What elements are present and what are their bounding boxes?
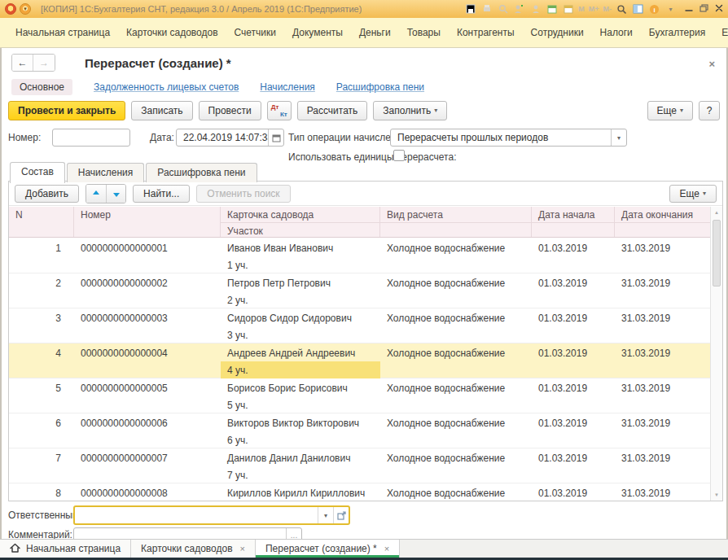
window-tab-gardener-cards[interactable]: Карточки садоводов × <box>131 540 256 558</box>
cell-n[interactable]: 3 <box>9 308 74 343</box>
print-icon[interactable] <box>480 3 493 15</box>
cell-n[interactable]: 5 <box>9 378 74 413</box>
menu-item-home[interactable]: Начальная страница <box>8 23 117 42</box>
menu-item-taxes[interactable]: Налоги <box>593 23 640 42</box>
window-tab-home[interactable]: Начальная страница <box>0 540 131 558</box>
cell-n[interactable]: 1 <box>9 238 74 273</box>
cell-gardener-card[interactable]: Петров Петр Петрович2 уч. <box>221 273 380 308</box>
cell-date-start[interactable]: 01.03.2019 <box>532 448 615 483</box>
cell-date-end[interactable]: 31.03.2019 <box>615 273 710 308</box>
close-tab-icon[interactable]: × <box>384 544 389 553</box>
cell-plot[interactable]: 4 уч. <box>221 361 380 378</box>
nav-link-debt[interactable]: Задолженность лицевых счетов <box>94 81 239 93</box>
zoom-icon[interactable] <box>616 3 628 15</box>
cell-n[interactable]: 2 <box>9 273 74 308</box>
table-row[interactable]: 40000000000000004Андреев Андрей Андрееви… <box>9 343 710 378</box>
scroll-down-icon[interactable]: ▼ <box>711 490 722 500</box>
cell-date-start[interactable]: 01.03.2019 <box>532 238 615 273</box>
table-row[interactable]: 20000000000000002Петров Петр Петрович2 у… <box>9 273 710 308</box>
cell-gardener-card[interactable]: Сидоров Сидор Сидорович3 уч. <box>221 308 380 343</box>
save-icon[interactable] <box>464 3 476 15</box>
cell-gardener-card[interactable]: Данилов Данил Данилович7 уч. <box>221 448 380 483</box>
cell-plot[interactable]: 7 уч. <box>221 466 380 483</box>
use-units-checkbox[interactable] <box>393 150 405 161</box>
cell-plot[interactable]: 2 уч. <box>221 291 380 308</box>
cell-gardener-card[interactable]: Иванов Иван Иванович1 уч. <box>221 238 380 273</box>
cell-date-end[interactable]: 31.03.2019 <box>615 343 710 378</box>
find-button[interactable]: Найти... <box>133 185 190 203</box>
cell-date-end[interactable]: 31.03.2019 <box>615 413 710 448</box>
move-up-icon[interactable] <box>86 185 106 203</box>
toolbar-more-chevron-icon[interactable]: ▾ <box>664 3 677 15</box>
table-row[interactable]: 50000000000000005Борисов Борис Борисович… <box>9 378 710 413</box>
cell-gardener-card[interactable]: Андреев Андрей Андреевич4 уч. <box>221 343 380 378</box>
tab-composition[interactable]: Состав <box>10 162 65 183</box>
info-icon[interactable]: i <box>648 3 660 15</box>
cell-calc-type[interactable]: Холодное водоснабжение <box>380 308 532 343</box>
help-button[interactable]: ? <box>699 101 720 120</box>
calculate-button[interactable]: Рассчитать <box>297 101 368 120</box>
cell-n[interactable]: 7 <box>9 448 74 483</box>
col-header-card[interactable]: Карточка садовода Участок <box>221 207 380 237</box>
cell-plot[interactable]: 5 уч. <box>221 396 380 413</box>
scrollbar-thumb[interactable] <box>713 220 721 287</box>
memory-m-button[interactable]: M <box>578 5 585 13</box>
col-header-date-start[interactable]: Дата начала <box>532 207 615 237</box>
nav-link-main[interactable]: Основное <box>11 79 72 95</box>
menu-item-goods[interactable]: Товары <box>400 23 448 42</box>
cell-plot[interactable]: 1 уч. <box>221 256 380 273</box>
calendar-clock-icon[interactable] <box>562 3 574 15</box>
cell-gardener-card[interactable]: Викторов Виктор Викторович6 уч. <box>221 413 380 448</box>
cell-gardener-card[interactable]: Кириллов Кирилл Кириллович8 уч. <box>221 483 380 501</box>
add-user-icon[interactable] <box>513 3 525 15</box>
cell-calc-type[interactable]: Холодное водоснабжение <box>380 483 532 501</box>
number-input[interactable] <box>52 129 130 147</box>
cell-number[interactable]: 0000000000000007 <box>74 448 221 483</box>
move-down-icon[interactable] <box>106 185 125 203</box>
split-window-icon[interactable] <box>632 3 644 15</box>
minimize-icon[interactable] <box>685 5 693 14</box>
post-button[interactable]: Провести <box>199 101 261 120</box>
cell-calc-type[interactable]: Холодное водоснабжение <box>380 343 532 378</box>
table-more-button[interactable]: Еще▾ <box>669 185 717 203</box>
date-input[interactable]: 22.04.2019 14:07:33 <box>176 129 284 147</box>
cell-plot[interactable]: 3 уч. <box>221 326 380 343</box>
window-tab-recalculation[interactable]: Перерасчет (создание) * × <box>256 540 400 558</box>
cell-calc-type[interactable]: Холодное водоснабжение <box>380 378 532 413</box>
forward-button[interactable]: → <box>33 55 55 71</box>
responsible-select[interactable]: ▾ <box>73 505 350 525</box>
dtkt-postings-button[interactable]: Дт Кт <box>267 101 292 120</box>
cell-date-end[interactable]: 31.03.2019 <box>615 448 710 483</box>
cell-date-start[interactable]: 01.03.2019 <box>532 413 615 448</box>
nav-link-accruals[interactable]: Начисления <box>260 81 315 93</box>
fill-button[interactable]: Заполнить▾ <box>373 101 447 120</box>
memory-m-plus-button[interactable]: M+ <box>589 5 599 13</box>
user-icon[interactable] <box>529 3 542 15</box>
cell-date-end[interactable]: 31.03.2019 <box>615 378 710 413</box>
more-button[interactable]: Еще▾ <box>647 101 693 120</box>
close-tab-icon[interactable]: × <box>240 544 245 553</box>
cell-calc-type[interactable]: Холодное водоснабжение <box>380 448 532 483</box>
col-header-date-end[interactable]: Дата окончания <box>615 207 710 237</box>
cell-date-start[interactable]: 01.03.2019 <box>532 273 615 308</box>
table-row[interactable]: 70000000000000007Данилов Данил Данилович… <box>9 448 710 483</box>
close-window-icon[interactable] <box>715 4 723 14</box>
print-preview-icon[interactable] <box>497 3 509 15</box>
restore-icon[interactable] <box>699 4 708 14</box>
calendar-green-icon[interactable] <box>546 3 558 15</box>
add-row-button[interactable]: Добавить <box>15 185 79 203</box>
tab-accruals[interactable]: Начисления <box>67 163 145 182</box>
cell-plot[interactable]: 6 уч. <box>221 431 380 448</box>
post-and-close-button[interactable]: Провести и закрыть <box>8 101 125 120</box>
menu-item-counterparties[interactable]: Контрагенты <box>450 23 522 42</box>
cell-date-start[interactable]: 01.03.2019 <box>532 308 615 343</box>
memory-m-minus-button[interactable]: M- <box>603 5 612 13</box>
back-button[interactable]: ← <box>12 55 33 71</box>
close-document-icon[interactable]: × <box>708 58 715 70</box>
open-link-icon[interactable] <box>333 507 349 523</box>
menu-item-money[interactable]: Деньги <box>352 23 398 42</box>
menu-item-more[interactable]: Еще ▾ <box>714 23 728 42</box>
write-button[interactable]: Записать <box>131 101 192 120</box>
cell-gardener-card[interactable]: Борисов Борис Борисович5 уч. <box>221 378 380 413</box>
table-row[interactable]: 60000000000000006Викторов Виктор Викторо… <box>9 413 710 448</box>
